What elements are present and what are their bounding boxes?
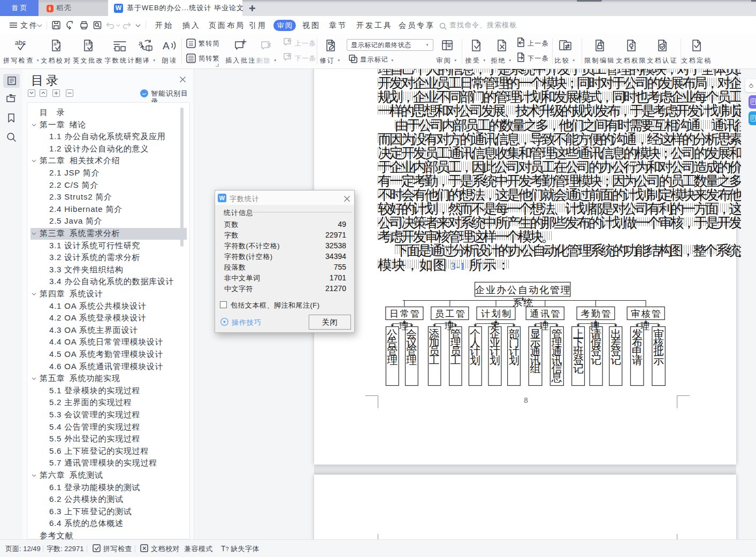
svg-text:A: A bbox=[163, 40, 170, 51]
svg-text:abc: abc bbox=[15, 39, 26, 47]
svg-text:EN: EN bbox=[86, 42, 91, 47]
svg-text:a-: a- bbox=[54, 41, 58, 47]
